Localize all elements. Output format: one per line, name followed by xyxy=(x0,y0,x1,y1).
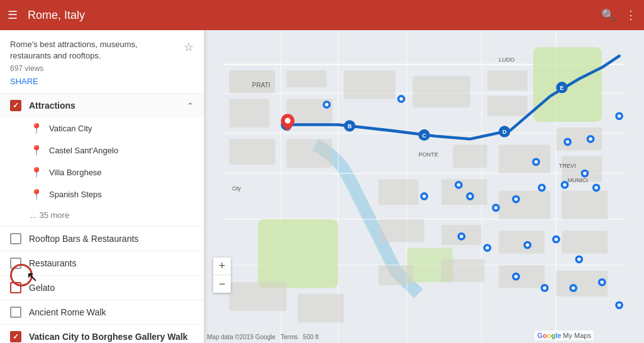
svg-rect-19 xyxy=(344,70,396,99)
svg-point-96 xyxy=(572,286,575,290)
svg-rect-40 xyxy=(298,294,344,323)
svg-rect-28 xyxy=(499,190,550,219)
zoom-out-button[interactable]: − xyxy=(213,275,231,293)
description-area: Rome's best attractions, museums, restau… xyxy=(0,30,204,94)
vatican-walk-checkbox[interactable] xyxy=(10,331,21,342)
svg-point-100 xyxy=(618,303,621,307)
svg-rect-24 xyxy=(499,144,550,173)
ancient-rome-label: Ancient Rome Walk xyxy=(29,307,106,317)
pin-icon: 📍 xyxy=(30,188,43,200)
pin-icon: 📍 xyxy=(30,166,43,178)
svg-point-92 xyxy=(514,275,518,278)
svg-text:PRATI: PRATI xyxy=(252,82,270,89)
svg-text:C: C xyxy=(422,133,426,139)
page-title: Rome, Italy xyxy=(28,9,591,22)
more-icon[interactable]: ⋮ xyxy=(625,8,636,22)
pin-icon: 📍 xyxy=(30,144,43,156)
attractions-section: Attractions ⌃ 📍 Vatican City 📍 Castel Sa… xyxy=(0,94,204,227)
svg-rect-36 xyxy=(441,259,484,282)
svg-rect-31 xyxy=(379,219,425,242)
gelato-label: Gelato xyxy=(29,283,55,293)
svg-point-74 xyxy=(594,186,597,189)
chevron-down-icon[interactable]: ⌃ xyxy=(187,101,194,111)
svg-rect-25 xyxy=(556,128,602,150)
svg-point-86 xyxy=(526,243,529,246)
svg-text:D: D xyxy=(502,129,507,135)
restaurants-checkbox[interactable] xyxy=(10,258,21,269)
rooftop-checkbox[interactable] xyxy=(10,233,21,244)
restaurants-label: Restaurants xyxy=(29,258,76,268)
attraction-name: Villa Borghese xyxy=(49,168,102,177)
svg-point-66 xyxy=(514,197,518,200)
svg-point-84 xyxy=(486,246,489,249)
share-link[interactable]: SHARE xyxy=(10,77,38,86)
svg-point-98 xyxy=(601,281,604,284)
zoom-controls: + − xyxy=(213,258,231,293)
ancient-rome-checkbox[interactable] xyxy=(10,307,21,318)
attraction-name: Spanish Steps xyxy=(49,190,102,199)
svg-point-104 xyxy=(285,118,291,124)
category-rooftop[interactable]: Rooftop Bars & Restaurants xyxy=(0,227,204,251)
svg-rect-16 xyxy=(229,99,269,128)
svg-text:E: E xyxy=(560,85,564,91)
svg-point-80 xyxy=(535,160,538,163)
category-ancient-rome[interactable]: Ancient Rome Walk xyxy=(0,300,204,325)
attraction-item-vatican[interactable]: 📍 Vatican City xyxy=(0,117,204,139)
svg-text:MUNICI: MUNICI xyxy=(568,177,588,183)
svg-rect-29 xyxy=(562,190,608,219)
menu-icon[interactable]: ☰ xyxy=(8,8,18,22)
svg-point-60 xyxy=(423,195,426,198)
svg-point-54 xyxy=(325,103,328,106)
sidebar: Rome's best attractions, museums, restau… xyxy=(0,30,204,343)
google-logo: Google My Maps xyxy=(535,330,594,340)
category-vatican-walk[interactable]: Vatican City to Borghese Gallery Walk xyxy=(0,325,204,343)
attraction-item-spanish[interactable]: 📍 Spanish Steps xyxy=(0,183,204,205)
svg-point-78 xyxy=(589,138,592,141)
search-icon[interactable]: 🔍 xyxy=(601,8,615,22)
bookmark-icon[interactable]: ☆ xyxy=(184,40,194,54)
svg-rect-35 xyxy=(379,265,413,285)
svg-rect-20 xyxy=(413,76,470,107)
svg-rect-13 xyxy=(258,219,338,288)
svg-point-68 xyxy=(540,186,543,189)
rooftop-label: Rooftop Bars & Restaurants xyxy=(29,234,138,244)
attraction-item-villa[interactable]: 📍 Villa Borghese xyxy=(0,161,204,183)
attractions-checkbox[interactable] xyxy=(10,100,21,111)
pin-icon: 📍 xyxy=(30,122,43,134)
app-header: ☰ Rome, Italy 🔍 ⋮ xyxy=(0,0,644,30)
attraction-name: Castel Sant'Angelo xyxy=(49,146,118,155)
svg-rect-27 xyxy=(441,179,487,205)
category-gelato[interactable]: Gelato xyxy=(0,276,204,300)
svg-point-58 xyxy=(457,183,460,187)
views-count: 697 views xyxy=(10,64,179,73)
svg-rect-42 xyxy=(287,139,333,168)
svg-rect-33 xyxy=(499,231,545,253)
svg-point-88 xyxy=(555,237,558,241)
svg-point-64 xyxy=(494,206,497,209)
svg-text:City: City xyxy=(232,186,242,192)
svg-text:PONTE: PONTE xyxy=(418,151,438,158)
svg-point-62 xyxy=(469,195,472,198)
more-link[interactable]: ... 35 more xyxy=(0,205,204,226)
svg-rect-34 xyxy=(562,231,608,253)
svg-point-56 xyxy=(399,97,402,101)
zoom-in-button[interactable]: + xyxy=(213,258,231,275)
description-text: Rome's best attractions, museums, restau… xyxy=(10,39,179,87)
map-area[interactable]: A B C D E xyxy=(204,30,644,343)
svg-point-76 xyxy=(566,140,569,143)
svg-rect-39 xyxy=(229,282,286,311)
svg-point-90 xyxy=(577,258,580,261)
category-restaurants[interactable]: Restaurants xyxy=(0,251,204,276)
map-terms: Map data ©2019 Google Terms 500 ft xyxy=(207,334,319,340)
svg-point-82 xyxy=(460,235,463,238)
svg-point-94 xyxy=(543,286,546,290)
svg-rect-23 xyxy=(453,144,487,167)
svg-text:TREVI: TREVI xyxy=(559,163,576,169)
svg-point-102 xyxy=(618,114,621,117)
attraction-name: Vatican City xyxy=(49,124,92,133)
svg-rect-17 xyxy=(287,70,327,87)
attractions-header[interactable]: Attractions ⌃ xyxy=(0,94,204,117)
gelato-checkbox[interactable] xyxy=(10,282,21,293)
svg-point-72 xyxy=(583,172,586,175)
attraction-item-castel[interactable]: 📍 Castel Sant'Angelo xyxy=(0,139,204,161)
